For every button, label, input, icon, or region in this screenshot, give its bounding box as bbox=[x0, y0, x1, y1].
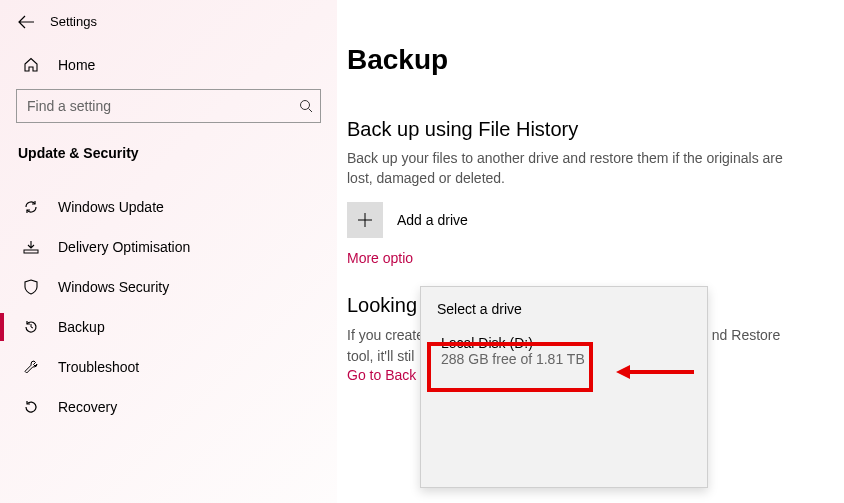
add-drive-button[interactable]: Add a drive bbox=[347, 202, 804, 238]
more-options-link[interactable]: More optio bbox=[347, 250, 413, 266]
app-title: Settings bbox=[50, 14, 97, 29]
sidebar: Settings Home Update & Security Windo bbox=[0, 0, 337, 503]
sidebar-item-troubleshoot[interactable]: Troubleshoot bbox=[0, 347, 337, 387]
nav-label: Windows Security bbox=[58, 279, 169, 295]
plus-icon bbox=[347, 202, 383, 238]
select-drive-flyout: Select a drive Local Disk (D:) 288 GB fr… bbox=[420, 286, 708, 488]
nav-label: Troubleshoot bbox=[58, 359, 139, 375]
backup-icon bbox=[22, 319, 40, 335]
section-title-file-history: Back up using File History bbox=[347, 118, 804, 141]
recovery-icon bbox=[22, 399, 40, 415]
sidebar-item-delivery-optimisation[interactable]: Delivery Optimisation bbox=[0, 227, 337, 267]
page-title: Backup bbox=[347, 44, 804, 76]
add-drive-label: Add a drive bbox=[397, 212, 468, 228]
flyout-title: Select a drive bbox=[421, 287, 707, 327]
home-nav-item[interactable]: Home bbox=[0, 51, 337, 79]
sidebar-item-windows-update[interactable]: Windows Update bbox=[0, 187, 337, 227]
sync-icon bbox=[22, 199, 40, 215]
body-frag1: If you create bbox=[347, 327, 424, 343]
sidebar-item-windows-security[interactable]: Windows Security bbox=[0, 267, 337, 307]
back-button[interactable] bbox=[18, 15, 34, 29]
nav-label: Delivery Optimisation bbox=[58, 239, 190, 255]
nav-label: Windows Update bbox=[58, 199, 164, 215]
nav-label: Backup bbox=[58, 319, 105, 335]
delivery-icon bbox=[22, 239, 40, 255]
sidebar-item-recovery[interactable]: Recovery bbox=[0, 387, 337, 427]
shield-icon bbox=[22, 279, 40, 295]
home-icon bbox=[22, 57, 40, 73]
svg-point-0 bbox=[301, 101, 310, 110]
drive-option-local-disk-d[interactable]: Local Disk (D:) 288 GB free of 1.81 TB bbox=[429, 327, 699, 377]
home-label: Home bbox=[58, 57, 95, 73]
header-row: Settings bbox=[0, 14, 337, 29]
section-desc: Back up your files to another drive and … bbox=[347, 149, 804, 188]
drive-free-space: 288 GB free of 1.81 TB bbox=[441, 351, 687, 367]
search-icon[interactable] bbox=[299, 99, 313, 113]
drive-name: Local Disk (D:) bbox=[441, 335, 687, 351]
sidebar-item-backup[interactable]: Backup bbox=[0, 307, 337, 347]
search-wrap bbox=[16, 89, 321, 123]
wrench-icon bbox=[22, 359, 40, 375]
go-to-backup-link[interactable]: Go to Back bbox=[347, 367, 416, 383]
app-window: Settings Home Update & Security Windo bbox=[0, 0, 844, 503]
svg-line-1 bbox=[309, 109, 313, 113]
group-title: Update & Security bbox=[0, 145, 337, 161]
svg-rect-2 bbox=[24, 250, 38, 253]
nav-label: Recovery bbox=[58, 399, 117, 415]
search-input[interactable] bbox=[16, 89, 321, 123]
nav-list: Windows Update Delivery Optimisation Win… bbox=[0, 187, 337, 427]
